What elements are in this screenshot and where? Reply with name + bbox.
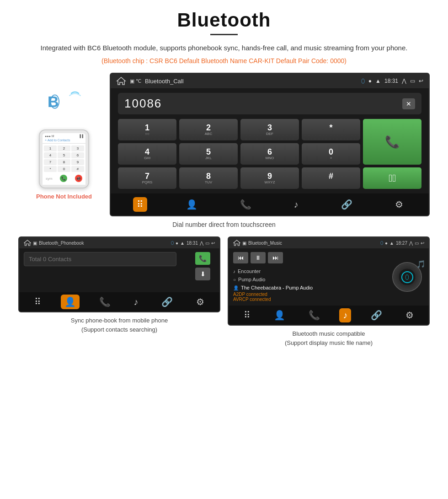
number-display: 10086 ✕ — [118, 93, 421, 114]
music-app-name: Bluetooth_Music — [248, 241, 282, 246]
svg-marker-2 — [234, 240, 240, 246]
pb-nav-link[interactable]: 🔗 — [158, 295, 176, 309]
track-item-1: ♪ Encounter — [233, 267, 386, 275]
redial-button[interactable]: ☎⃝ — [363, 167, 421, 189]
expand-icon: ⋀ — [402, 78, 406, 84]
pb-nav-contacts[interactable]: 👤 — [61, 295, 80, 309]
phone-key-2: 2 — [58, 145, 70, 151]
backspace-button[interactable]: ✕ — [402, 98, 415, 109]
subtitle-text: Integrated with BC6 Bluetooth module, su… — [18, 43, 430, 54]
bt-vinyl-icon: ⬯ — [401, 271, 413, 283]
phone-end-button[interactable]: 📵 — [75, 175, 82, 182]
track-note-icon-1: ♪ — [233, 269, 235, 274]
nav-calls-icon[interactable]: 📞 — [236, 197, 255, 212]
key-6[interactable]: 6 MNO — [240, 143, 299, 165]
music-expand: ⋀ — [409, 241, 413, 246]
prev-button[interactable]: ⏮ — [233, 252, 248, 263]
wifi-icon: ▲ — [375, 78, 381, 84]
music-back[interactable]: ↩ — [421, 241, 424, 246]
phone-key-5: 5 — [58, 152, 70, 158]
phonebook-download-button[interactable]: ⬇ — [195, 268, 210, 280]
bt-status-icon: ⬯ — [361, 77, 365, 85]
back-icon[interactable]: ↩ — [419, 78, 423, 84]
window-icon: ▭ — [410, 78, 415, 84]
key-3[interactable]: 3 DEF — [240, 119, 299, 140]
phone-key-9: 9 — [71, 159, 84, 165]
phone-key-0: 0 — [58, 166, 70, 172]
phone-call-button[interactable]: 📞 — [60, 175, 67, 182]
key-0[interactable]: 0 + — [302, 143, 360, 165]
call-button[interactable]: 📞 — [363, 119, 421, 165]
home-icon-small — [24, 240, 31, 246]
key-star[interactable]: * — [302, 119, 360, 140]
nav-settings-icon[interactable]: ⚙ — [391, 197, 407, 212]
music-body: ⏮ ⏸ ⏭ ♪ Encounter ○ Pump Audio — [229, 248, 429, 306]
key-2[interactable]: 2 ABC — [179, 119, 238, 140]
phone-side: ⬯ B ●●● M ▐▐ + Add to Contacts — [18, 73, 110, 200]
pb-nav-calls[interactable]: 📞 — [96, 295, 114, 309]
pb-nav-music[interactable]: ♪ — [130, 295, 142, 309]
a2dp-status: A2DP connected — [233, 292, 386, 297]
car-header-left: ▣ ℃ Bluetooth_Call — [116, 76, 184, 86]
nav-contacts-icon[interactable]: 👤 — [182, 197, 201, 212]
phone-key-3: 3 — [71, 145, 84, 151]
music-nav-contacts[interactable]: 👤 — [270, 308, 289, 322]
music-header-right: ⬯ ● ▲ 18:27 ⋀ ▭ ↩ — [380, 240, 424, 246]
key-9[interactable]: 9 WXYZ — [240, 167, 299, 189]
phone-not-included-label: Phone Not Included — [36, 193, 92, 200]
phonebook-block: ▣ Bluetooth_Phonebook ⬯ ● ▲ 18:31 ⋀ ▭ ↩ — [18, 236, 220, 347]
car-bottom-nav: ⠿ 👤 📞 ♪ 🔗 ⚙ — [111, 193, 429, 215]
music-nav-settings[interactable]: ⚙ — [402, 308, 417, 322]
phonebook-call-button[interactable]: 📞 — [195, 252, 210, 265]
bt-letter-icon: B — [48, 93, 59, 111]
pb-nav-dialpad[interactable]: ⠿ — [31, 295, 45, 309]
music-screen: ▣ Bluetooth_Music ⬯ ● ▲ 18:27 ⋀ ▭ ↩ — [228, 236, 430, 326]
pb-back[interactable]: ↩ — [211, 241, 215, 246]
svg-marker-0 — [117, 77, 125, 85]
music-caption: Bluetooth music compatible (Support disp… — [228, 329, 430, 347]
phonebook-header-left: ▣ Bluetooth_Phonebook — [24, 240, 84, 246]
phone-key-1: 1 — [44, 145, 57, 151]
phonebook-action-buttons: 📞 ⬇ — [195, 252, 210, 280]
key-4[interactable]: 4 GHI — [118, 143, 176, 165]
nav-dialpad-icon[interactable]: ⠿ — [133, 197, 147, 212]
track-item-3: 👤 The Cheebacabra - Pump Audio — [233, 284, 386, 292]
music-window: ▭ — [415, 241, 419, 246]
music-nav-dialpad[interactable]: ⠿ — [240, 308, 254, 322]
bottom-screens: ▣ Bluetooth_Phonebook ⬯ ● ▲ 18:31 ⋀ ▭ ↩ — [18, 236, 430, 347]
phonebook-body: 📞 ⬇ — [19, 248, 219, 292]
key-1[interactable]: 1 ○○ — [118, 119, 176, 140]
phone-key-6: 6 — [71, 152, 84, 158]
phone-mockup: ●●● M ▐▐ + Add to Contacts 1 2 3 4 5 6 7… — [39, 129, 89, 188]
play-pause-button[interactable]: ⏸ — [251, 252, 266, 263]
nav-music-icon[interactable]: ♪ — [290, 198, 302, 212]
dial-caption: Dial number direct from touchscreen — [18, 221, 430, 228]
music-nav-music[interactable]: ♪ — [339, 308, 351, 322]
bluetooth-icon-container: ⬯ B — [46, 86, 82, 123]
title-divider — [210, 34, 238, 35]
contacts-search-input[interactable] — [24, 252, 176, 266]
music-nav-link[interactable]: 🔗 — [367, 308, 386, 322]
pb-time: 18:31 — [187, 241, 198, 246]
keypad-grid: 1 ○○ 2 ABC 3 DEF * — [118, 119, 421, 189]
pb-app-name: Bluetooth_Phonebook — [39, 241, 84, 246]
home-icon-music — [233, 240, 240, 246]
phone-key-hash: # — [71, 166, 84, 172]
key-8[interactable]: 8 TUV — [179, 167, 238, 189]
page-title: Bluetooth — [18, 9, 430, 31]
pb-status-icons: ▣ — [33, 241, 37, 246]
phone-key-4: 4 — [44, 152, 57, 158]
track-item-2: ○ Pump Audio — [233, 275, 386, 284]
pb-wifi: ▲ — [180, 241, 185, 246]
music-block: ▣ Bluetooth_Music ⬯ ● ▲ 18:27 ⋀ ▭ ↩ — [228, 236, 430, 347]
pb-nav-settings[interactable]: ⚙ — [192, 295, 208, 309]
key-5[interactable]: 5 JKL — [179, 143, 238, 165]
phone-key-8: 8 — [58, 159, 70, 165]
nav-link-icon[interactable]: 🔗 — [337, 197, 356, 212]
next-button[interactable]: ⏭ — [268, 252, 283, 263]
key-7[interactable]: 7 PQRS — [118, 167, 176, 189]
music-nav-calls[interactable]: 📞 — [305, 308, 324, 322]
key-hash[interactable]: # — [302, 167, 360, 189]
phone-screen: 1 2 3 4 5 6 7 8 9 * 0 # sym — [43, 144, 85, 185]
pb-bt-icon: ⬯ — [171, 240, 174, 246]
